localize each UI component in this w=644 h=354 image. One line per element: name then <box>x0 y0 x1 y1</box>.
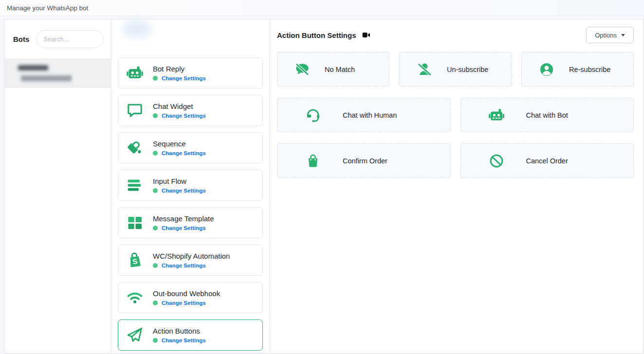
action-label: Re-subscribe <box>569 66 610 73</box>
status-dot <box>153 113 158 118</box>
action-card-unsubscribe[interactable]: Un-subscribe <box>399 52 512 87</box>
module-card-sequence[interactable]: Sequence Change Settings <box>118 132 263 163</box>
status-dot <box>153 76 158 81</box>
headset-icon <box>304 106 322 124</box>
change-settings-link[interactable]: Change Settings <box>162 263 206 268</box>
status-dot <box>153 301 158 305</box>
action-label: Un-subscribe <box>447 66 488 73</box>
options-button[interactable]: Options <box>586 27 634 43</box>
action-card-chat-with-bot[interactable]: Chat with Bot <box>460 98 634 132</box>
module-title: Bot Reply <box>153 65 206 73</box>
status-dot <box>153 188 158 193</box>
status-dot <box>153 263 158 268</box>
svg-text:S: S <box>132 257 138 266</box>
change-settings-link[interactable]: Change Settings <box>162 188 206 194</box>
shopping-bag-icon <box>304 152 322 170</box>
change-settings-link[interactable]: Change Settings <box>162 300 206 306</box>
status-dot <box>153 338 158 343</box>
module-title: Chat Widget <box>153 102 206 110</box>
action-card-resubscribe[interactable]: Re-subscribe <box>521 52 634 87</box>
action-label: Chat with Bot <box>526 111 568 119</box>
modules-column: Bot Reply Change Settings Chat Widget Ch… <box>111 19 270 353</box>
module-title: Action Buttons <box>153 327 206 335</box>
redacted-bot-name <box>18 65 48 71</box>
change-settings-link[interactable]: Change Settings <box>162 150 206 156</box>
bars-icon <box>125 176 145 195</box>
module-title: WC/Shopify Automation <box>153 252 230 260</box>
action-label: Cancel Order <box>526 157 568 165</box>
module-card-action-buttons[interactable]: Action Buttons Change Settings <box>118 319 263 351</box>
redacted-bot-phone <box>21 75 72 81</box>
user-circle-icon <box>538 61 555 78</box>
module-card-bot-reply[interactable]: Bot Reply Change Settings <box>118 57 263 88</box>
top-bar: Manage your WhatsApp bot <box>0 0 644 16</box>
page-title: Manage your WhatsApp bot <box>7 4 88 12</box>
chat-bubble-icon <box>125 101 145 120</box>
chevron-down-icon <box>621 34 625 36</box>
sidebar-header: Bots <box>4 19 111 59</box>
robot-icon <box>488 106 505 124</box>
module-title: Input Flow <box>153 177 206 185</box>
status-dot <box>153 226 158 230</box>
bots-heading: Bots <box>13 35 29 43</box>
module-card-outbound-webhook[interactable]: Out-bound Webhook Change Settings <box>118 282 263 313</box>
action-card-chat-with-human[interactable]: Chat with Human <box>277 98 451 132</box>
ban-icon <box>488 152 505 170</box>
action-label: No Match <box>325 66 355 73</box>
change-settings-link[interactable]: Change Settings <box>162 113 206 119</box>
action-card-confirm-order[interactable]: Confirm Order <box>277 143 451 178</box>
redacted-blob <box>122 19 151 38</box>
shopify-bag-icon: S <box>125 250 145 270</box>
selected-bot-item[interactable] <box>4 59 111 88</box>
module-title: Message Template <box>153 214 214 223</box>
main-panel: Bots Bot Reply Change Settings <box>4 19 644 354</box>
robot-icon <box>125 63 145 83</box>
bots-sidebar: Bots <box>4 19 111 353</box>
grid-icon <box>125 213 145 232</box>
comment-slash-icon <box>294 61 311 78</box>
panel-title: Action Button Settings <box>277 31 356 39</box>
action-label: Chat with Human <box>343 111 397 119</box>
change-settings-link[interactable]: Change Settings <box>162 225 206 231</box>
action-label: Confirm Order <box>343 157 387 165</box>
paper-plane-icon <box>125 325 145 345</box>
bot-search-input[interactable] <box>36 30 104 48</box>
action-card-cancel-order[interactable]: Cancel Order <box>460 143 634 178</box>
module-title: Sequence <box>153 140 206 148</box>
fill-drip-icon <box>125 138 145 158</box>
action-button-settings-panel: Action Button Settings Options No Match <box>270 19 643 353</box>
action-buttons-grid: No Match Un-subscribe Re-subscribe <box>277 52 634 178</box>
change-settings-link[interactable]: Change Settings <box>162 75 206 81</box>
module-card-message-template[interactable]: Message Template Change Settings <box>118 207 263 238</box>
module-card-chat-widget[interactable]: Chat Widget Change Settings <box>118 95 263 126</box>
module-card-input-flow[interactable]: Input Flow Change Settings <box>118 170 263 201</box>
change-settings-link[interactable]: Change Settings <box>162 337 206 343</box>
panel-header: Action Button Settings Options <box>277 26 634 44</box>
module-card-shopify-automation[interactable]: S WC/Shopify Automation Change Settings <box>118 245 263 276</box>
status-dot <box>153 151 158 156</box>
video-camera-icon[interactable] <box>362 32 370 38</box>
module-title: Out-bound Webhook <box>153 289 220 298</box>
wifi-icon <box>125 288 145 307</box>
action-card-no-match[interactable]: No Match <box>277 52 389 87</box>
user-slash-icon <box>416 61 433 78</box>
